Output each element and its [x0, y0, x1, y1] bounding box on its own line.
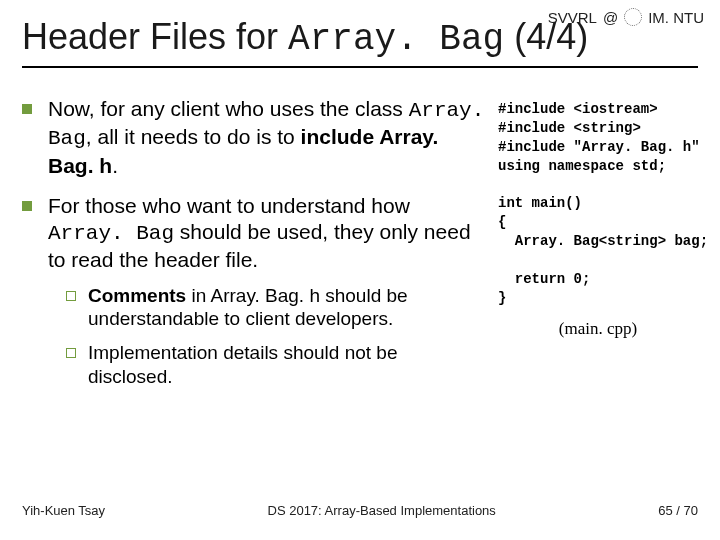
- sub-bullet-1-bold: Comments: [88, 285, 186, 306]
- code-block: #include <iostream> #include <string> #i…: [498, 100, 698, 308]
- header-svvrl: SVVRL: [548, 9, 597, 26]
- bullet-2-text-a: For those who want to understand how: [48, 194, 410, 217]
- footer: Yih-Kuen Tsay DS 2017: Array-Based Imple…: [22, 497, 698, 518]
- bullet-2: For those who want to understand how Arr…: [22, 193, 486, 389]
- bullet-1: Now, for any client who uses the class A…: [22, 96, 486, 179]
- bullet-column: Now, for any client who uses the class A…: [22, 96, 486, 497]
- sub-bullet-2: Implementation details should not be dis…: [66, 341, 486, 389]
- code-l4: using namespace std;: [498, 158, 666, 174]
- title-underline: [22, 66, 698, 68]
- sub-bullet-2-text: Implementation details should not be dis…: [88, 342, 397, 387]
- header-right: SVVRL @ IM. NTU: [548, 8, 704, 26]
- slide: SVVRL @ IM. NTU Header Files for Array. …: [0, 0, 720, 540]
- code-l7: {: [498, 214, 506, 230]
- bullet-1-text-a: Now, for any client who uses the class: [48, 97, 409, 120]
- code-l3: #include "Array. Bag. h": [498, 139, 700, 155]
- sub-bullet-list: Comments in Array. Bag. h should be unde…: [48, 284, 486, 389]
- content-area: Now, for any client who uses the class A…: [22, 96, 698, 497]
- code-column: #include <iostream> #include <string> #i…: [498, 96, 698, 497]
- code-caption: (main. cpp): [498, 318, 698, 341]
- seal-icon: [624, 8, 642, 26]
- footer-right: 65 / 70: [658, 503, 698, 518]
- title-code: Array. Bag: [288, 19, 504, 60]
- code-l2: #include <string>: [498, 120, 641, 136]
- bullet-1-text-d: .: [112, 154, 118, 177]
- header-dept: IM. NTU: [648, 9, 704, 26]
- bullet-2-code: Array. Bag: [48, 222, 174, 245]
- title-prefix: Header Files for: [22, 16, 288, 57]
- sub-bullet-1: Comments in Array. Bag. h should be unde…: [66, 284, 486, 332]
- code-l11: }: [498, 290, 506, 306]
- footer-center: DS 2017: Array-Based Implementations: [268, 503, 496, 518]
- bullet-1-text-b: , all it needs to do is to: [86, 125, 301, 148]
- footer-left: Yih-Kuen Tsay: [22, 503, 105, 518]
- code-l1: #include <iostream>: [498, 101, 658, 117]
- code-l10: return 0;: [498, 271, 590, 287]
- header-at: @: [603, 9, 618, 26]
- code-l6: int main(): [498, 195, 582, 211]
- bullet-list: Now, for any client who uses the class A…: [22, 96, 486, 389]
- code-l8: Array. Bag<string> bag;: [498, 233, 708, 249]
